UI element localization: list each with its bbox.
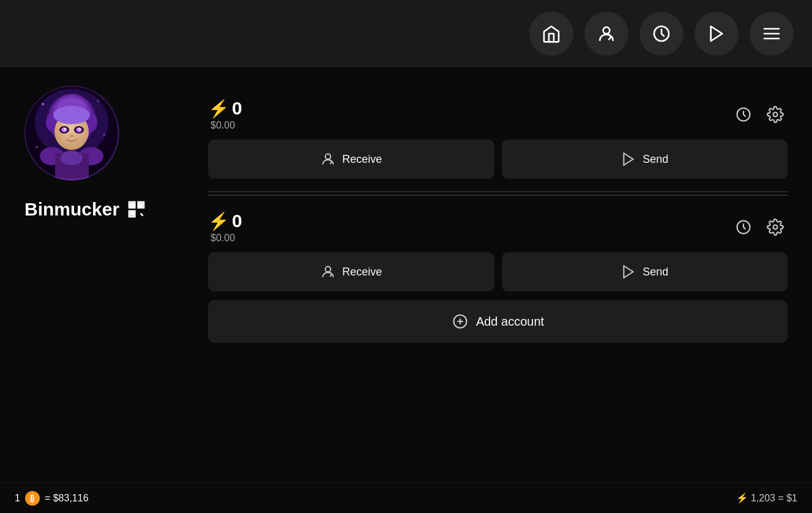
add-account-label: Add account	[476, 315, 544, 329]
account-divider	[208, 195, 788, 196]
add-account-button[interactable]: Add account	[208, 300, 788, 343]
bitcoin-coin-icon: ₿	[25, 491, 40, 506]
lightning-rate: ⚡ 1,203 = $1	[736, 492, 797, 504]
svg-rect-37	[131, 204, 133, 206]
avatar	[24, 86, 119, 181]
svg-marker-52	[624, 153, 633, 165]
account-actions-2	[731, 215, 788, 239]
left-panel: Binmucker	[24, 86, 184, 355]
balance-top-2: ⚡ 0	[208, 211, 242, 231]
qr-icon[interactable]	[127, 200, 146, 219]
svg-point-54	[773, 225, 778, 230]
svg-point-23	[70, 135, 73, 137]
receive-btn-2[interactable]: Receive	[208, 252, 494, 291]
svg-line-44	[141, 214, 143, 216]
menu-button[interactable]	[750, 12, 794, 56]
lightning-rate-value: 1,203 = $1	[751, 493, 797, 504]
lightning-rate-icon: ⚡	[736, 492, 748, 504]
svg-point-28	[61, 151, 83, 165]
history-button[interactable]	[639, 12, 683, 56]
svg-rect-38	[140, 204, 142, 206]
svg-point-0	[603, 27, 610, 34]
svg-point-51	[326, 154, 331, 159]
svg-point-31	[97, 100, 99, 102]
send-btn-1[interactable]: Send	[502, 140, 788, 179]
svg-marker-2	[711, 26, 723, 41]
balance-amount-2: 0	[232, 211, 242, 231]
svg-point-50	[773, 113, 778, 117]
balance-amount-1: 0	[232, 98, 242, 119]
username-row: Binmucker	[24, 199, 146, 220]
balance-top-1: ⚡ 0	[208, 98, 242, 119]
action-buttons-2: Receive Send	[208, 252, 788, 291]
balance-usd-1: $0.00	[208, 120, 242, 131]
account-actions-1	[731, 102, 788, 127]
lightning-icon-2: ⚡	[208, 211, 229, 231]
home-button[interactable]	[529, 12, 573, 56]
svg-point-22	[78, 128, 81, 130]
history-btn-1[interactable]	[731, 102, 756, 127]
right-panel: ⚡ 0 $0.00	[208, 86, 788, 355]
btc-price: 1 ₿ = $83,116	[15, 491, 89, 506]
btc-equals-text: = $83,116	[45, 493, 89, 504]
send-btn-2[interactable]: Send	[502, 252, 788, 291]
account-header-1: ⚡ 0 $0.00	[208, 98, 788, 131]
svg-point-24	[53, 106, 90, 124]
main-content: Binmucker	[0, 67, 812, 373]
status-bar: 1 ₿ = $83,116 ⚡ 1,203 = $1	[0, 482, 812, 513]
action-buttons-1: Receive Send	[208, 140, 788, 179]
history-btn-2[interactable]	[731, 215, 756, 239]
lightning-icon-1: ⚡	[208, 99, 229, 119]
username-text: Binmucker	[24, 199, 119, 220]
balance-section-1: ⚡ 0 $0.00	[208, 98, 242, 131]
account-card-1: ⚡ 0 $0.00	[208, 86, 788, 192]
svg-point-21	[64, 128, 66, 130]
svg-point-32	[103, 133, 105, 136]
send-nav-button[interactable]	[695, 12, 739, 56]
balance-section-2: ⚡ 0 $0.00	[208, 211, 242, 244]
account-card-2: ⚡ 0 $0.00	[208, 198, 788, 355]
svg-point-33	[36, 146, 38, 148]
balance-usd-2: $0.00	[208, 233, 242, 244]
btc-number: 1	[15, 493, 20, 504]
settings-btn-2[interactable]	[763, 215, 788, 239]
top-nav-bar	[0, 0, 812, 67]
receive-nav-button[interactable]	[584, 12, 628, 56]
svg-point-55	[326, 266, 331, 272]
svg-rect-39	[131, 212, 133, 215]
receive-btn-1[interactable]: Receive	[208, 140, 494, 179]
settings-btn-1[interactable]	[763, 102, 788, 127]
svg-marker-56	[624, 266, 633, 278]
account-header-2: ⚡ 0 $0.00	[208, 211, 788, 244]
svg-point-30	[42, 103, 44, 105]
